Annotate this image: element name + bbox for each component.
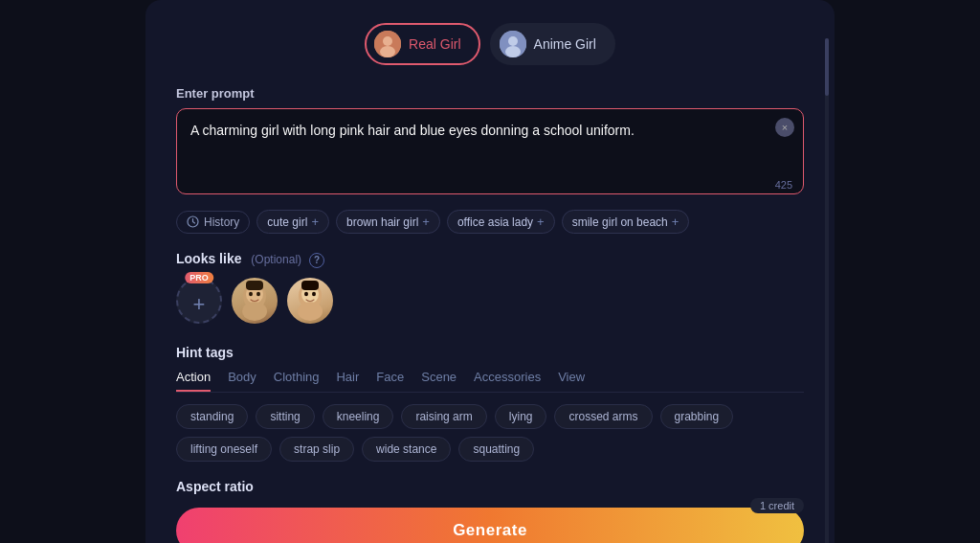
real-girl-avatar-img: [374, 31, 401, 57]
tag-cute-girl-label: cute girl: [267, 215, 307, 229]
svg-point-5: [505, 46, 521, 57]
hint-pill-raising-arm[interactable]: raising arm: [401, 404, 486, 429]
svg-point-15: [298, 302, 323, 321]
hint-pill-lying[interactable]: lying: [495, 404, 547, 429]
pro-badge: PRO: [185, 272, 213, 283]
tag-smile-girl-on-beach-plus: +: [672, 215, 679, 229]
hint-tab-scene[interactable]: Scene: [421, 370, 457, 392]
svg-point-4: [508, 36, 518, 46]
tag-brown-hair-girl-label: brown hair girl: [346, 215, 418, 229]
looks-like-optional: (Optional): [251, 253, 301, 266]
hint-pill-kneeling[interactable]: kneeling: [323, 404, 394, 429]
tag-smile-girl-on-beach[interactable]: smile girl on beach +: [562, 210, 690, 234]
hint-pill-crossed-arms[interactable]: crossed arms: [554, 404, 652, 429]
scrollbar[interactable]: [825, 38, 829, 543]
svg-point-12: [256, 291, 260, 295]
tab-real-girl-label: Real Girl: [409, 36, 460, 52]
hint-pill-lifting-oneself[interactable]: lifting oneself: [176, 437, 272, 462]
hint-pill-grabbing[interactable]: grabbing: [660, 404, 734, 429]
add-looks-button[interactable]: PRO +: [176, 278, 222, 324]
looks-like-title: Looks like (Optional) ?: [176, 251, 804, 268]
svg-point-1: [383, 36, 392, 46]
tag-office-asia-lady-plus: +: [537, 215, 545, 229]
anime-girl-avatar: [500, 31, 526, 57]
svg-point-2: [380, 46, 395, 57]
hint-pill-standing[interactable]: standing: [176, 404, 248, 429]
hint-tags-title: Hint tags: [176, 345, 804, 360]
history-icon: [187, 215, 199, 228]
hint-pill-strap-slip[interactable]: strap slip: [279, 437, 354, 462]
svg-rect-16: [301, 281, 319, 290]
face-avatar-1[interactable]: [232, 278, 278, 324]
anime-girl-avatar-img: [500, 31, 526, 57]
hint-pill-sitting[interactable]: sitting: [256, 404, 314, 429]
scroll-thumb: [825, 38, 829, 96]
face-avatar-2-img: [292, 280, 328, 322]
generate-button[interactable]: Generate: [176, 508, 804, 544]
tag-smile-girl-on-beach-label: smile girl on beach: [572, 215, 668, 229]
hint-pill-squatting[interactable]: squatting: [458, 437, 534, 462]
hint-tab-action[interactable]: Action: [176, 370, 211, 392]
tag-cute-girl[interactable]: cute girl +: [256, 210, 329, 234]
tab-anime-girl[interactable]: Anime Girl: [490, 23, 615, 65]
looks-like-help-icon[interactable]: ?: [309, 253, 324, 268]
hint-pills: standing sitting kneeling raising arm ly…: [176, 404, 804, 462]
hint-tab-body[interactable]: Body: [228, 370, 256, 392]
looks-row: PRO +: [176, 278, 804, 324]
hint-tab-face[interactable]: Face: [376, 370, 404, 392]
face-avatar-2[interactable]: [287, 278, 333, 324]
credit-badge: 1 credit: [750, 498, 804, 513]
svg-point-11: [249, 291, 253, 295]
tags-row: History cute girl + brown hair girl + of…: [176, 210, 804, 234]
prompt-clear-button[interactable]: ×: [775, 118, 794, 137]
svg-point-9: [242, 302, 267, 321]
add-looks-icon: +: [193, 292, 206, 317]
tag-cute-girl-plus: +: [311, 215, 319, 229]
history-tag[interactable]: History: [176, 211, 250, 234]
aspect-ratio-title: Aspect ratio: [176, 479, 804, 494]
tag-office-asia-lady-label: office asia lady: [457, 215, 533, 229]
prompt-char-count: 425: [775, 179, 792, 191]
hint-tab-accessories[interactable]: Accessories: [474, 370, 541, 392]
svg-rect-10: [246, 281, 263, 290]
history-label: History: [204, 215, 239, 229]
tab-real-girl[interactable]: Real Girl: [365, 23, 479, 65]
hint-tab-view[interactable]: View: [558, 370, 585, 392]
face-avatar-1-img: [236, 280, 273, 322]
tag-brown-hair-girl-plus: +: [422, 215, 430, 229]
hint-tab-hair[interactable]: Hair: [336, 370, 359, 392]
main-panel: Real Girl Anime Girl Enter prompt A char…: [145, 0, 835, 543]
prompt-section-label: Enter prompt: [176, 86, 804, 101]
prompt-box: A charming girl with long pink hair and …: [176, 108, 804, 198]
aspect-ratio-section: Aspect ratio: [176, 479, 804, 494]
tag-office-asia-lady[interactable]: office asia lady +: [447, 210, 555, 234]
tab-anime-girl-label: Anime Girl: [534, 36, 596, 52]
tag-brown-hair-girl[interactable]: brown hair girl +: [336, 210, 440, 234]
tab-row: Real Girl Anime Girl: [176, 23, 804, 65]
prompt-textarea[interactable]: A charming girl with long pink hair and …: [176, 108, 804, 194]
hint-tab-clothing[interactable]: Clothing: [274, 370, 320, 392]
svg-point-17: [304, 291, 308, 295]
svg-point-18: [312, 291, 316, 295]
hint-tabs-row: Action Body Clothing Hair Face Scene Acc…: [176, 370, 804, 393]
hint-pill-wide-stance[interactable]: wide stance: [362, 437, 451, 462]
real-girl-avatar: [374, 31, 401, 57]
hint-tags-section: Hint tags Action Body Clothing Hair Face…: [176, 345, 804, 462]
generate-row: 1 credit Generate: [176, 508, 804, 544]
